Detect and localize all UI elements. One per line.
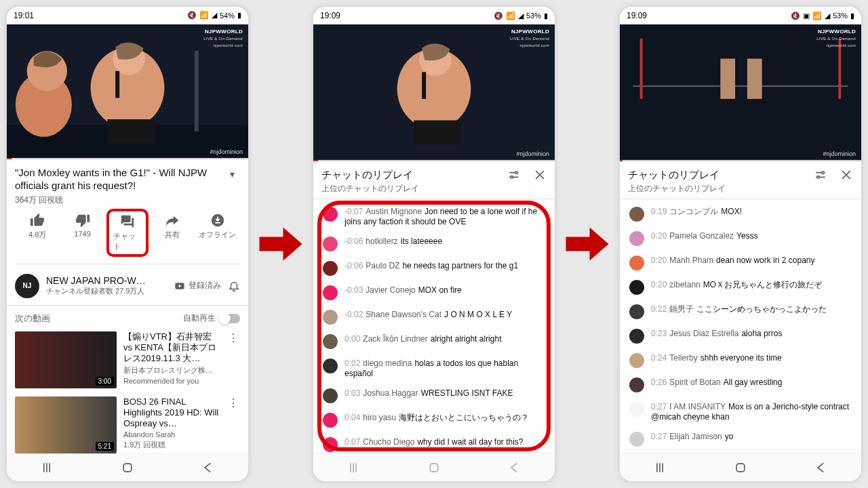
recommended-item[interactable]: 5:21 BOSJ 26 FINAL Highlights 2019 HD: W…: [15, 396, 240, 453]
status-icons: 🔇 📶 ◢ 53% ▮: [494, 12, 548, 20]
chat-message: -0:06Paulo DZhe needs tag partners for t…: [313, 256, 555, 281]
video-hashtag: #njdominion: [210, 148, 243, 155]
rec-more-icon[interactable]: ⋮: [226, 331, 240, 388]
home-icon[interactable]: [734, 461, 747, 474]
chat-timestamp: 0:27: [651, 432, 667, 441]
chat-author: Manh Pham: [669, 256, 713, 265]
chat-text: its lateeeee: [401, 237, 442, 246]
video-title: "Jon Moxley wants in the G1!" - Will NJP…: [15, 166, 224, 192]
chat-message: 0:27Elijah Jamisonyo: [620, 427, 861, 451]
download-icon: [210, 213, 225, 228]
chat-message: 0:02diego medinaholas a todos los que ha…: [313, 354, 555, 384]
chat-timestamp: 0:22: [651, 304, 667, 314]
close-chat-icon[interactable]: [533, 168, 547, 182]
chat-icon: [120, 214, 135, 229]
chat-timestamp: 0:20: [651, 256, 667, 265]
channel-subs: チャンネル登録者数 27.9万人: [46, 286, 167, 296]
chat-message: 0:27I AM INSANITYMox is on a Jericho-sty…: [620, 397, 861, 427]
chat-subtitle: 上位のチャットのリプレイ: [628, 183, 853, 195]
autoplay-toggle[interactable]: 自動再生: [183, 312, 240, 324]
chat-text: why did I wait all day for this?: [417, 437, 523, 447]
phone-screenshot-2: 19:09 🔇 📶 ◢ 53% ▮ NJPWWORLDLIVE & On-Dem…: [313, 7, 555, 481]
battery-text: 54%: [220, 12, 235, 20]
phone-screenshot-1: 19:01 🔇 📶 ◢ 54% ▮ NJPWWORLD LIVE & On-De…: [7, 7, 248, 481]
chat-author: 鍋男子: [669, 304, 694, 314]
rec-more-icon[interactable]: ⋮: [226, 396, 240, 453]
view-count: 364万 回視聴: [15, 195, 240, 206]
chat-avatar: [629, 402, 644, 417]
svg-rect-14: [50, 463, 51, 472]
up-next-label: 次の動画: [15, 312, 50, 325]
recommended-list: 3:00 【煽りVTR】石井智宏 vs KENTA【新日本プロレス2019.11…: [7, 331, 248, 453]
chat-message: 0:00Zack Īkōn Lindneralright alright alr…: [313, 329, 555, 354]
recents-icon[interactable]: [40, 461, 54, 474]
chat-text: J O N M O X L E Y: [444, 310, 512, 319]
svg-rect-13: [46, 463, 47, 472]
chat-avatar: [629, 378, 644, 392]
signal-icon: ◢: [518, 12, 524, 20]
svg-rect-19: [414, 121, 460, 145]
status-bar: 19:09 🔇 ▣ 📶 ◢ 53% ▮: [620, 7, 861, 24]
svg-rect-26: [430, 464, 438, 472]
notifications-icon[interactable]: [228, 280, 240, 292]
chat-author: I AM INSANITY: [669, 402, 726, 411]
chat-author: Chucho Diego: [363, 437, 414, 447]
mute-icon: 🔇: [791, 12, 800, 20]
chat-text: MOX!: [721, 207, 742, 216]
share-button[interactable]: 共有: [151, 213, 193, 257]
chat-message-list[interactable]: 0:19コンコンブルMOX! 0:20Pamela GonzalezYesss …: [620, 199, 861, 453]
chat-message: -0:07Austin MignoneJon need to be a lone…: [313, 202, 555, 232]
chat-subtitle: 上位のチャットのリプレイ: [321, 183, 547, 195]
wifi-icon: 📶: [506, 12, 515, 20]
video-player[interactable]: NJPWWORLDLIVE & On-Demandnjpwworld.com #…: [313, 24, 555, 160]
battery-icon: ▮: [237, 11, 241, 20]
channel-row[interactable]: NJ NEW JAPAN PRO-W… チャンネル登録者数 27.9万人 登録済…: [7, 267, 248, 306]
chat-settings-icon[interactable]: [507, 168, 521, 182]
chat-message: -0:02Shane Dawson's CatJ O N M O X L E Y: [313, 305, 555, 329]
phone-screenshot-3: 19:09 🔇 ▣ 📶 ◢ 53% ▮ NJPWWORLDLIVE & On-D…: [620, 7, 861, 481]
chat-author: Spirit of Botan: [669, 378, 720, 387]
chat-timestamp: 0:26: [651, 378, 667, 387]
video-player[interactable]: NJPWWORLDLIVE & On-Demandnjpwworld.com #…: [620, 24, 861, 160]
share-icon: [165, 213, 180, 228]
live-chat-button[interactable]: チャット: [106, 209, 149, 257]
chat-timestamp: 0:02: [344, 359, 360, 368]
like-button[interactable]: 4.8万: [16, 213, 58, 257]
download-button[interactable]: オフライン: [197, 213, 239, 257]
chat-title: チャットのリプレイ: [321, 169, 507, 182]
home-icon[interactable]: [427, 461, 441, 474]
signal-icon: ◢: [212, 11, 217, 20]
back-icon[interactable]: [508, 461, 521, 474]
svg-rect-12: [43, 463, 45, 472]
svg-rect-20: [422, 72, 426, 99]
recommended-item[interactable]: 3:00 【煽りVTR】石井智宏 vs KENTA【新日本プロレス2019.11…: [15, 331, 240, 388]
svg-rect-15: [123, 464, 132, 472]
chat-settings-icon[interactable]: [814, 168, 827, 182]
svg-point-22: [511, 176, 513, 178]
chat-text: ここシーンめっちゃかっこよかった: [696, 304, 827, 314]
dislike-button[interactable]: 1749: [62, 213, 104, 257]
chat-author: zibetann: [669, 280, 700, 289]
expand-description-button[interactable]: ▾: [224, 166, 240, 180]
android-navbar: [620, 453, 861, 481]
svg-rect-35: [656, 463, 658, 472]
svg-point-21: [515, 171, 517, 174]
signal-icon: ◢: [825, 12, 830, 20]
subscribe-button[interactable]: 登録済み: [174, 280, 221, 291]
video-watermark: NJPWWORLDLIVE & On-Demandnjpwworld.com: [510, 28, 549, 49]
video-player[interactable]: NJPWWORLD LIVE & On-Demand njpwworld.com…: [7, 24, 248, 158]
back-icon[interactable]: [201, 461, 215, 474]
close-chat-icon[interactable]: [840, 168, 853, 182]
chat-text: dean now work in 2 copany: [716, 256, 814, 265]
status-time: 19:09: [320, 11, 340, 20]
rec-duration: 5:21: [96, 442, 114, 451]
back-icon[interactable]: [814, 461, 828, 474]
chat-timestamp: -0:06: [344, 237, 363, 246]
svg-rect-10: [215, 222, 220, 223]
svg-rect-31: [720, 59, 735, 99]
recents-icon[interactable]: [347, 461, 360, 474]
home-icon[interactable]: [121, 461, 134, 474]
wifi-icon: 📶: [199, 11, 209, 20]
chat-message-list[interactable]: -0:07Austin MignoneJon need to be a lone…: [313, 199, 555, 453]
recents-icon[interactable]: [653, 461, 667, 474]
